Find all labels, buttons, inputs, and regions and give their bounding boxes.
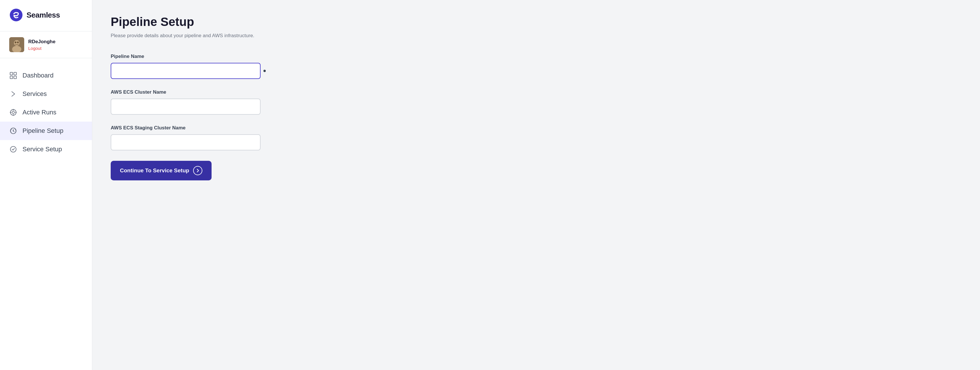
svg-point-2 xyxy=(14,40,20,46)
page-title: Pipeline Setup xyxy=(111,15,962,29)
sidebar-item-services-label: Services xyxy=(22,90,47,98)
svg-point-0 xyxy=(10,9,22,21)
aws-cluster-input[interactable] xyxy=(111,98,261,115)
pipeline-setup-icon xyxy=(9,127,17,135)
user-section: RDeJonghe Logout xyxy=(0,31,92,58)
svg-point-4 xyxy=(15,41,16,43)
logout-button[interactable]: Logout xyxy=(28,46,55,51)
pipeline-name-label: Pipeline Name xyxy=(111,54,962,59)
sidebar-item-dashboard-label: Dashboard xyxy=(22,72,54,79)
pipeline-name-input-wrapper xyxy=(111,63,962,79)
arrow-right-circle-icon xyxy=(193,166,202,175)
pipeline-name-input[interactable] xyxy=(111,63,261,79)
svg-rect-6 xyxy=(10,72,13,75)
seamless-logo-icon xyxy=(9,8,23,22)
logo-area: Seamless xyxy=(0,8,92,31)
services-icon xyxy=(9,90,17,98)
svg-rect-9 xyxy=(14,76,16,79)
sidebar-item-service-setup-label: Service Setup xyxy=(22,146,62,153)
sidebar-item-pipeline-setup-label: Pipeline Setup xyxy=(22,127,64,135)
svg-point-5 xyxy=(17,41,19,43)
main-content: Pipeline Setup Please provide details ab… xyxy=(92,0,980,370)
sidebar-item-active-runs-label: Active Runs xyxy=(22,109,56,116)
service-setup-icon xyxy=(9,145,17,153)
aws-staging-label: AWS ECS Staging Cluster Name xyxy=(111,125,962,131)
aws-cluster-group: AWS ECS Cluster Name xyxy=(111,89,962,115)
svg-rect-8 xyxy=(10,76,13,79)
sidebar: Seamless RDeJonghe Logout xyxy=(0,0,92,370)
aws-staging-input[interactable] xyxy=(111,134,261,151)
sidebar-item-active-runs[interactable]: Active Runs xyxy=(0,103,92,122)
aws-cluster-label: AWS ECS Cluster Name xyxy=(111,89,962,95)
username: RDeJonghe xyxy=(28,39,55,44)
continue-to-service-setup-button[interactable]: Continue To Service Setup xyxy=(111,161,212,180)
sidebar-item-service-setup[interactable]: Service Setup xyxy=(0,140,92,159)
svg-point-11 xyxy=(12,111,14,114)
app-name: Seamless xyxy=(27,11,60,20)
svg-point-18 xyxy=(10,146,16,152)
pipeline-form: Pipeline Name AWS ECS Cluster Name AWS E… xyxy=(111,54,962,180)
active-runs-icon xyxy=(9,108,17,116)
aws-staging-group: AWS ECS Staging Cluster Name xyxy=(111,125,962,151)
dashboard-icon xyxy=(9,71,17,79)
pipeline-name-indicator xyxy=(263,70,266,72)
sidebar-item-pipeline-setup[interactable]: Pipeline Setup xyxy=(0,122,92,140)
user-info: RDeJonghe Logout xyxy=(28,39,55,51)
page-subtitle: Please provide details about your pipeli… xyxy=(111,33,962,39)
sidebar-item-services[interactable]: Services xyxy=(0,85,92,103)
svg-point-17 xyxy=(13,130,14,132)
sidebar-nav: Dashboard Services Active xyxy=(0,58,92,370)
pipeline-name-group: Pipeline Name xyxy=(111,54,962,79)
sidebar-item-dashboard[interactable]: Dashboard xyxy=(0,66,92,85)
avatar xyxy=(9,37,24,52)
svg-rect-7 xyxy=(14,72,16,75)
continue-button-label: Continue To Service Setup xyxy=(120,167,189,174)
